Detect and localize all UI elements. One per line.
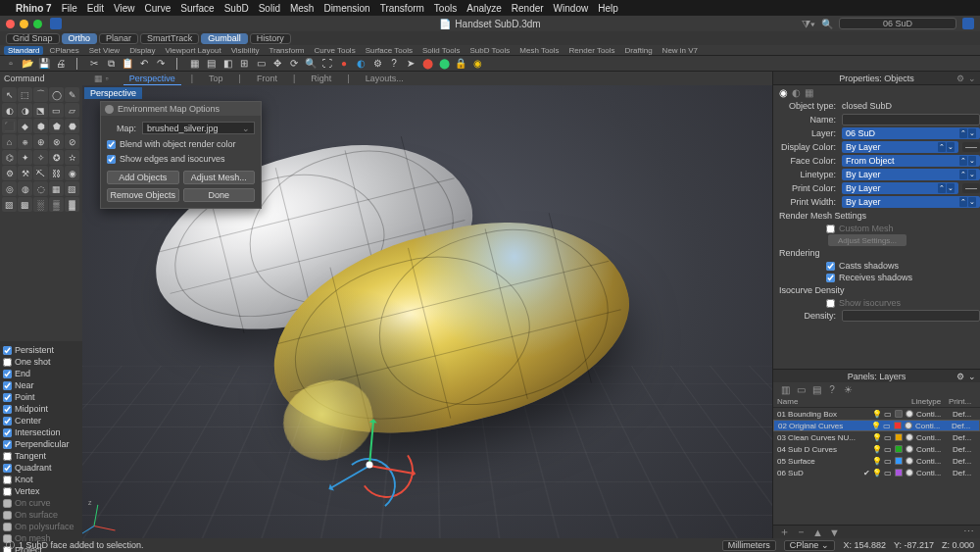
tool-icon[interactable]: ⌒ xyxy=(33,87,48,102)
toggle-history[interactable]: History xyxy=(250,33,291,44)
menu-file[interactable]: File xyxy=(62,3,77,14)
tool-icon[interactable]: ◌ xyxy=(33,181,48,196)
dropdown[interactable]: By Layer⌃⌄ xyxy=(842,169,980,180)
casts-shadows-checkbox[interactable]: Casts shadows xyxy=(773,260,980,272)
texture-tab-icon[interactable]: ▦ xyxy=(805,87,813,98)
dialog-close-icon[interactable] xyxy=(105,105,114,114)
dropdown[interactable]: 06 SuD⌃⌄ xyxy=(842,127,980,139)
chevron-down-icon[interactable]: ⌄ xyxy=(968,372,976,381)
gear-icon[interactable]: ⚙ xyxy=(956,372,964,381)
tool-tab-cplanes[interactable]: CPlanes xyxy=(45,46,82,55)
menu-analyze[interactable]: Analyze xyxy=(466,3,502,14)
object-tab-icon[interactable]: ◉ xyxy=(779,87,788,98)
tool-icon[interactable]: ▭ xyxy=(49,103,64,118)
osnap-on-surface[interactable]: On surface xyxy=(3,509,79,521)
osnap-quadrant[interactable]: Quadrant xyxy=(3,462,79,474)
options-icon[interactable]: ⚙ xyxy=(370,57,384,71)
tool-icon[interactable]: ✎ xyxy=(65,87,79,102)
osnap-persistent[interactable]: Persistent xyxy=(3,344,79,356)
new-file-icon[interactable]: ▫ xyxy=(4,57,18,71)
osnap-on-curve[interactable]: On curve xyxy=(3,497,79,509)
tool-icon[interactable]: ⊗ xyxy=(49,134,64,149)
tool-icon[interactable]: ⬔ xyxy=(33,103,48,118)
menu-surface[interactable]: Surface xyxy=(180,3,214,14)
menu-dimension[interactable]: Dimension xyxy=(323,3,369,14)
save-icon[interactable]: 💾 xyxy=(37,57,51,71)
gear-icon[interactable]: ⚙ xyxy=(956,74,964,83)
dropdown[interactable]: By Layer⌃⌄ xyxy=(842,182,958,194)
open-file-icon[interactable]: 📂 xyxy=(21,57,34,71)
show-icon[interactable]: ⬤ xyxy=(437,57,451,71)
layer-material-swatch[interactable] xyxy=(906,445,913,453)
menu-curve[interactable]: Curve xyxy=(145,3,172,14)
add-objects-button[interactable]: Add Objects xyxy=(107,171,179,184)
current-layer-icon[interactable] xyxy=(862,445,870,453)
search-icon[interactable]: 🔍 xyxy=(821,19,833,29)
cut-icon[interactable]: ✂ xyxy=(87,57,101,71)
osnap-perpendicular[interactable]: Perpendicular xyxy=(3,438,79,450)
tool-tab-surface-tools[interactable]: Surface Tools xyxy=(362,46,416,55)
layer-material-swatch[interactable] xyxy=(906,410,913,418)
visible-icon[interactable]: 💡 xyxy=(873,433,881,441)
layer-row[interactable]: 03 Clean Curves NU...💡▭Conti...Def... xyxy=(773,431,980,443)
tool-tab-solid-tools[interactable]: Solid Tools xyxy=(418,46,465,55)
osnap-near[interactable]: Near xyxy=(3,379,79,391)
tool-icon[interactable]: ✦ xyxy=(18,150,32,165)
layer-state-icon[interactable]: ▤ xyxy=(204,57,218,71)
vp-tab-front[interactable]: Front xyxy=(251,73,283,84)
tool-icon[interactable]: ⊕ xyxy=(33,134,48,149)
layer-row[interactable]: 02 Original Curves💡▭Conti...Def... xyxy=(773,420,980,431)
osnap-tangent[interactable]: Tangent xyxy=(3,450,79,462)
zoom-icon[interactable]: 🔍 xyxy=(304,57,318,71)
toggle-gumball[interactable]: Gumball xyxy=(201,33,248,44)
menu-rhino[interactable]: Rhino 7 xyxy=(16,3,52,14)
layers-icon[interactable]: ▥ xyxy=(779,384,791,395)
tool-icon[interactable]: ⬟ xyxy=(49,119,64,133)
vp-tab-right[interactable]: Right xyxy=(305,73,337,84)
layer-material-swatch[interactable] xyxy=(906,457,913,465)
add-layer-icon[interactable]: ＋ xyxy=(779,525,790,539)
tool-icon[interactable]: ⬣ xyxy=(65,119,79,133)
tool-tab-mesh-tools[interactable]: Mesh Tools xyxy=(515,46,563,55)
layer-color-swatch[interactable] xyxy=(895,433,903,441)
menu-mesh[interactable]: Mesh xyxy=(290,3,314,14)
layer-icon[interactable]: ▦ xyxy=(187,57,201,71)
layer-color-swatch[interactable] xyxy=(895,410,903,418)
visible-icon[interactable]: 💡 xyxy=(873,469,881,477)
layer-options-icon[interactable]: ⋯ xyxy=(963,526,974,538)
tool-icon[interactable]: ⌬ xyxy=(2,150,17,165)
tool-tab-standard[interactable]: Standard xyxy=(4,46,43,55)
chevron-down-icon[interactable]: ⌄ xyxy=(968,74,976,83)
swatch-icon[interactable] xyxy=(962,183,980,193)
current-layer-icon[interactable]: ✔ xyxy=(862,469,870,477)
dropdown[interactable]: By Layer⌃⌄ xyxy=(842,141,958,153)
layer-color-swatch[interactable] xyxy=(894,422,902,429)
osnap-end[interactable]: End xyxy=(3,368,79,379)
tool-icon[interactable]: ⬚ xyxy=(18,87,32,102)
lock-icon[interactable]: ▭ xyxy=(884,410,892,418)
dropdown[interactable]: By Layer⌃⌄ xyxy=(842,196,980,208)
vp-tab-perspective[interactable]: Perspective xyxy=(123,73,181,85)
titlebar-right-icon[interactable] xyxy=(962,18,974,29)
tool-icon[interactable]: ▨ xyxy=(2,197,17,212)
tool-tab-transform[interactable]: Transform xyxy=(265,46,308,55)
tool-tab-drafting[interactable]: Drafting xyxy=(621,46,657,55)
tool-icon[interactable]: ⚒ xyxy=(18,166,32,180)
layer-move-down-icon[interactable]: ▼ xyxy=(829,527,840,538)
zoom-extents-icon[interactable]: ⛶ xyxy=(320,57,334,71)
tool-tab-render-tools[interactable]: Render Tools xyxy=(565,46,619,55)
tool-icon[interactable]: ▩ xyxy=(18,197,32,212)
visible-icon[interactable]: 💡 xyxy=(873,445,881,453)
display-icon[interactable]: ▤ xyxy=(810,384,822,395)
visible-icon[interactable]: 💡 xyxy=(873,457,881,465)
custom-mesh-checkbox[interactable]: Custom Mesh xyxy=(773,223,980,234)
lock-icon[interactable]: ▭ xyxy=(884,469,892,477)
tool-icon[interactable]: ⬛ xyxy=(2,119,17,133)
viewport-icon[interactable]: ▭ xyxy=(254,57,268,71)
lock-icon[interactable]: ▭ xyxy=(884,457,892,465)
undo-icon[interactable]: ↶ xyxy=(137,57,151,71)
menu-view[interactable]: View xyxy=(114,3,135,14)
menu-edit[interactable]: Edit xyxy=(87,3,104,14)
menu-window[interactable]: Window xyxy=(554,3,589,14)
layer-material-swatch[interactable] xyxy=(906,469,913,477)
